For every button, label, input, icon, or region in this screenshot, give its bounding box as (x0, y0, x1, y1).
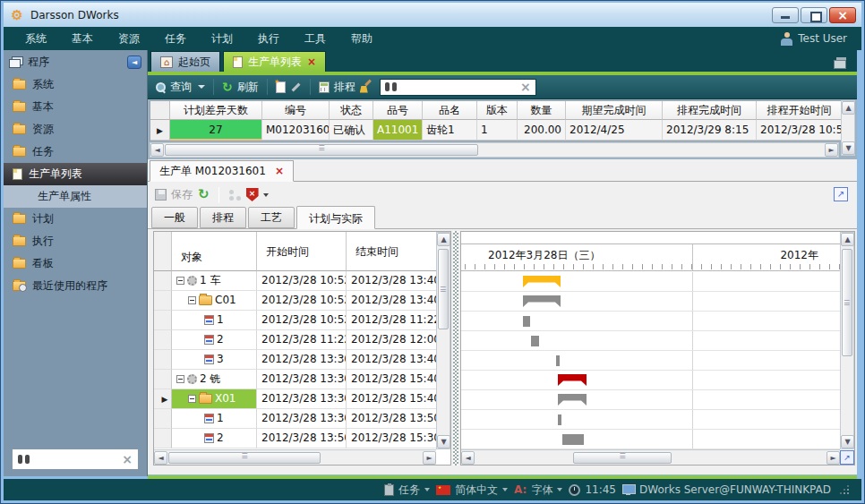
menu-system[interactable]: 系统 (13, 27, 59, 50)
sidebar-item-task[interactable]: 任务 (4, 141, 147, 163)
tab-close-icon[interactable] (307, 56, 316, 67)
grid-horizontal-scrollbar[interactable] (150, 142, 839, 158)
col-status[interactable]: 状态 (330, 101, 373, 120)
gantt-bar[interactable] (556, 355, 560, 366)
save-button[interactable]: 保存 (155, 187, 193, 202)
close-button[interactable] (829, 7, 856, 23)
scroll-up-icon[interactable] (841, 233, 854, 246)
scroll-right-icon[interactable] (826, 451, 840, 465)
status-font-menu[interactable]: A: 字体 (514, 483, 562, 498)
clear-search-icon[interactable] (520, 81, 531, 93)
menu-tools[interactable]: 工具 (292, 27, 338, 50)
status-task-menu[interactable]: 任务 (384, 483, 430, 498)
collapse-node-icon[interactable] (188, 296, 196, 304)
tree-row[interactable]: 2 2012/3/28 13:50 2012/3/28 15:30 (154, 429, 450, 448)
col-sched-finish[interactable]: 排程完成时间 (663, 101, 757, 120)
scroll-up-icon[interactable] (842, 101, 855, 115)
toolbar-search-input[interactable] (401, 81, 516, 93)
scrollbar-thumb[interactable] (168, 452, 321, 464)
gantt-bar[interactable] (558, 414, 561, 425)
clear-search-icon[interactable] (122, 453, 133, 466)
gantt-bar[interactable] (523, 316, 530, 327)
gantt-bar[interactable] (562, 434, 584, 445)
sidebar-search-input[interactable] (35, 453, 116, 466)
tab-production-order-list[interactable]: 生产单列表 (223, 51, 326, 72)
scroll-down-icon[interactable] (842, 141, 855, 155)
scrollbar-thumb[interactable] (573, 452, 672, 464)
tree-horizontal-scrollbar[interactable] (154, 449, 436, 465)
col-sched-start[interactable]: 排程开始时间 (757, 101, 842, 120)
scroll-up-icon[interactable] (437, 233, 450, 246)
resize-grip[interactable] (841, 486, 849, 494)
tab-plan-vs-actual[interactable]: 计划与实际 (296, 206, 375, 229)
sidebar-collapse-button[interactable] (127, 56, 141, 69)
scrollbar-thumb[interactable] (165, 144, 478, 156)
col-expected-finish[interactable]: 期望完成时间 (566, 101, 663, 120)
order-document-tab[interactable]: 生产单 M012031601 (150, 160, 294, 182)
col-code[interactable]: 编号 (262, 101, 330, 120)
tree-row[interactable]: 1 2012/3/28 13:30 2012/3/28 13:50 (154, 409, 450, 429)
scroll-left-icon[interactable] (154, 451, 167, 465)
gantt-horizontal-scrollbar[interactable] (461, 449, 840, 465)
tree-row-selected[interactable]: X01 2012/3/28 13:30 2012/3/28 15:40 (154, 389, 450, 409)
collapse-node-icon[interactable] (176, 277, 184, 285)
tab-schedule[interactable]: 排程 (200, 207, 246, 228)
sidebar-item-production-order-props[interactable]: 生产单属性 (4, 185, 147, 208)
menu-basic[interactable]: 基本 (59, 27, 106, 50)
menu-task[interactable]: 任务 (152, 27, 199, 50)
menu-help[interactable]: 帮助 (338, 27, 385, 50)
sidebar-item-recent-programs[interactable]: 最近使用的程序 (4, 275, 147, 297)
clean-button[interactable] (360, 81, 372, 93)
tree-row[interactable]: 2 铣 2012/3/28 13:30 2012/3/28 15:40 (154, 370, 450, 389)
col-version[interactable]: 版本 (477, 101, 518, 120)
validate-button[interactable] (246, 188, 269, 201)
gantt-bar[interactable] (531, 336, 539, 346)
edit-button[interactable] (290, 81, 302, 93)
col-start-time[interactable]: 开始时间 (257, 232, 347, 271)
popout-icon[interactable] (834, 187, 848, 201)
restore-button[interactable] (801, 7, 827, 23)
grid-vertical-scrollbar[interactable] (841, 100, 855, 156)
sidebar-item-basic[interactable]: 基本 (4, 96, 147, 118)
scroll-left-icon[interactable] (461, 451, 475, 465)
menu-resource[interactable]: 资源 (106, 27, 152, 50)
gantt-bar[interactable] (523, 276, 561, 287)
col-end-time[interactable]: 结束时间 (347, 232, 436, 271)
gantt-vertical-scrollbar[interactable] (840, 232, 854, 449)
scroll-down-icon[interactable] (437, 435, 450, 448)
col-qty[interactable]: 数量 (518, 101, 566, 120)
tab-general[interactable]: 一般 (151, 207, 198, 228)
tab-home[interactable]: 起始页 (150, 51, 220, 72)
scroll-down-icon[interactable] (841, 435, 854, 448)
gantt-bar[interactable] (558, 374, 587, 386)
schedule-button[interactable]: 排程 (319, 80, 355, 95)
tree-row[interactable]: 2 2012/3/28 11:22 2012/3/28 12:00 (154, 330, 450, 350)
window-list-icon[interactable] (834, 57, 848, 68)
sidebar-item-production-order-list[interactable]: 生产单列表 (4, 163, 147, 185)
scroll-right-icon[interactable] (423, 451, 436, 465)
user-menu[interactable]: Test User (781, 32, 852, 46)
query-button[interactable]: 查询 (155, 80, 205, 95)
sidebar-item-board[interactable]: 看板 (4, 252, 147, 275)
sidebar-item-system[interactable]: 系统 (4, 73, 147, 96)
tree-row[interactable]: C01 2012/3/28 10:52 2012/3/28 13:40 (154, 291, 450, 311)
gantt-bar[interactable] (558, 394, 587, 406)
tree-row[interactable]: 1 2012/3/28 10:52 2012/3/28 11:22 (154, 311, 450, 330)
scroll-right-icon[interactable] (825, 143, 838, 157)
sidebar-item-resource[interactable]: 资源 (4, 118, 147, 141)
col-item-name[interactable]: 品名 (423, 101, 477, 120)
gantt-bar[interactable] (523, 295, 561, 307)
splitter-handle[interactable] (453, 231, 458, 466)
tab-process[interactable]: 工艺 (248, 207, 295, 228)
status-language-menu[interactable]: 简体中文 (436, 483, 508, 498)
scrollbar-thumb[interactable] (438, 249, 449, 329)
tree-row[interactable]: 3 2012/3/28 13:30 2012/3/28 13:40 (154, 350, 450, 370)
col-item-no[interactable]: 品号 (373, 101, 423, 120)
sidebar-item-plan[interactable]: 计划 (4, 208, 147, 230)
tree-row[interactable]: 1 车 2012/3/28 10:52 2012/3/28 13:40 (154, 271, 450, 291)
scrollbar-thumb[interactable] (842, 249, 852, 356)
scroll-left-icon[interactable] (150, 143, 164, 157)
refresh-button[interactable]: 刷新 (222, 80, 259, 95)
menu-execute[interactable]: 执行 (245, 27, 292, 50)
collapse-node-icon[interactable] (176, 375, 184, 383)
